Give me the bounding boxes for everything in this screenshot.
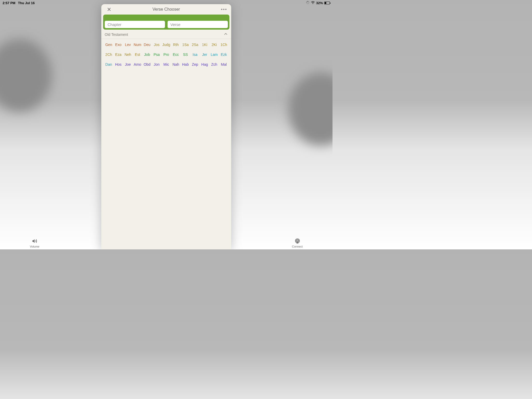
book-amo[interactable]: Amo [133,62,142,66]
book-lev[interactable]: Lev [123,43,133,47]
volume-button[interactable]: Volume [30,238,39,248]
connect-label: Connect [292,245,303,248]
connect-button[interactable]: Connect [292,238,303,248]
book-mic[interactable]: Mic [162,62,171,66]
volume-label: Volume [30,245,39,248]
svg-line-6 [307,3,307,4]
search-area [103,15,229,30]
book-nah[interactable]: Nah [171,62,181,66]
chevron-up-icon [224,32,228,37]
book-neh[interactable]: Neh [123,52,133,57]
book-mal[interactable]: Mal [219,62,229,66]
verse-chooser-modal: Verse Chooser Old Testament GenExoLevNum… [101,4,231,249]
background-blur-left [0,39,52,112]
book-eza[interactable]: Eza [114,52,123,57]
book-lam[interactable]: Lam [209,52,219,57]
book-judg[interactable]: Judg [162,43,171,47]
book-2sa[interactable]: 2Sa [190,43,200,47]
status-date: Thu Jul 16 [18,1,35,5]
status-battery-pct: 32% [316,1,323,5]
book-1ch[interactable]: 1Ch [219,43,229,47]
more-button[interactable] [221,9,227,10]
book-hag[interactable]: Hag [200,62,209,66]
book-zch[interactable]: Zch [209,62,219,66]
book-1sa[interactable]: 1Sa [181,43,190,47]
book-psa[interactable]: Psa [152,52,162,57]
modal-title: Verse Chooser [152,7,180,12]
book-2ki[interactable]: 2Ki [209,43,219,47]
book-est[interactable]: Est [133,52,142,57]
book-ezk[interactable]: Ezk [219,52,229,57]
section-title: Old Testament [105,32,128,37]
chapter-input[interactable] [105,21,165,28]
book-hab[interactable]: Hab [181,62,190,66]
book-joe[interactable]: Joe [123,62,133,66]
book-exo[interactable]: Exo [114,43,123,47]
close-button[interactable] [106,6,112,12]
loading-icon [306,1,310,5]
svg-line-7 [308,1,309,2]
modal-header: Verse Chooser [101,4,231,15]
more-icon [221,9,222,10]
verse-input[interactable] [168,21,228,28]
book-num[interactable]: Num [133,43,142,47]
book-deu[interactable]: Deu [142,43,152,47]
book-obd[interactable]: Obd [142,62,152,66]
book-dan[interactable]: Dan [104,62,114,66]
book-jos[interactable]: Jos [152,43,162,47]
wifi-icon [311,1,315,5]
status-time: 2:57 PM [3,1,15,5]
battery-icon [324,2,330,4]
speaker-icon [32,238,37,244]
book-1ki[interactable]: 1Ki [200,43,209,47]
book-hos[interactable]: Hos [114,62,123,66]
book-zep[interactable]: Zep [190,62,200,66]
svg-line-2 [307,1,307,2]
section-header[interactable]: Old Testament [101,30,231,39]
book-jon[interactable]: Jon [152,62,162,66]
book-gen[interactable]: Gen [104,43,114,47]
close-icon [107,7,111,11]
book-job[interactable]: Job [142,52,152,57]
background-blur-right [288,73,332,145]
book-pro[interactable]: Pro [162,52,171,57]
airplay-icon [295,238,300,244]
book-rth[interactable]: Rth [171,43,181,47]
book-2ch[interactable]: 2Ch [104,52,114,57]
book-jer[interactable]: Jer [200,52,209,57]
books-grid: GenExoLevNumDeuJosJudgRth1Sa2Sa1Ki2Ki1Ch… [101,39,231,70]
book-ss[interactable]: SS [181,52,190,57]
book-ecc[interactable]: Ecc [171,52,181,57]
book-isa[interactable]: Isa [190,52,200,57]
svg-line-3 [308,3,309,4]
svg-point-8 [297,240,298,242]
